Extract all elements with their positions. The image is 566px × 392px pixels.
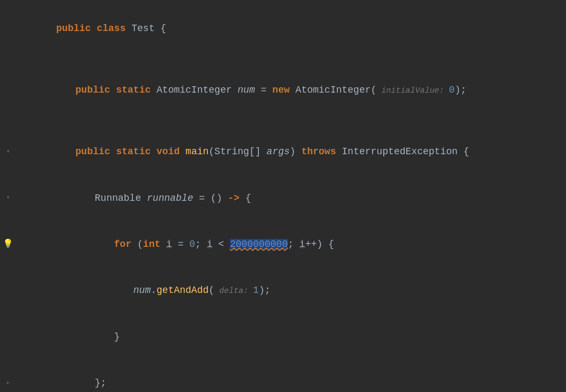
gutter-7: 💡 <box>0 238 16 252</box>
var-num-2: num <box>133 285 151 296</box>
line-content-2 <box>16 51 27 67</box>
space-1 <box>160 239 166 250</box>
atomic-integer-type: AtomicInteger <box>157 85 237 95</box>
class-name: Test { <box>131 23 166 34</box>
for-open: ( <box>137 239 143 250</box>
kw-static: static <box>116 85 157 95</box>
kw-throws: throws <box>301 146 342 157</box>
semicolon-1: ; <box>195 239 207 250</box>
kw-for: for <box>114 239 137 250</box>
line-content-8: num.getAndAdd( delta: 1); <box>16 268 271 314</box>
line-content-5: public static void main(String[] args) t… <box>16 129 469 175</box>
fold-icon-6: ▾ <box>6 193 10 203</box>
kw-public-2: public <box>76 146 116 157</box>
highlight-number: 2000000000 <box>230 239 288 250</box>
open-paren: ( <box>208 285 214 296</box>
kw-public: public <box>76 85 116 95</box>
zero-val: 0 <box>189 239 195 250</box>
bulb-icon[interactable]: 💡 <box>3 238 13 252</box>
code-line-7: 💡 for (int i = 0; i < 2000000000; i++) { <box>0 221 566 267</box>
code-line-3: public static AtomicInteger num = new At… <box>0 67 566 113</box>
var-runnable: runnable <box>147 193 193 203</box>
equals-2: = () <box>193 193 228 203</box>
gutter-5: ▾ <box>0 147 16 157</box>
hint-initialvalue: initialValue: <box>377 86 449 95</box>
eq-zero: = <box>172 239 189 250</box>
close-paren-2: ); <box>259 285 271 296</box>
interrupted-exception: InterruptedException { <box>342 146 470 157</box>
var-i-3: i <box>300 239 306 250</box>
equals-sign: = <box>255 85 272 95</box>
code-line-10: ▸ }; <box>0 360 566 392</box>
main-throws: ) <box>290 146 302 157</box>
line-content-3: public static AtomicInteger num = new At… <box>16 67 466 113</box>
var-i-1: i <box>166 239 172 250</box>
line-content-1: public class Test { <box>16 5 166 51</box>
runnable-type: Runnable <box>95 193 147 203</box>
code-line-6: ▾ Runnable runnable = () -> { <box>0 175 566 221</box>
line-content-7: for (int i = 0; i < 2000000000; i++) { <box>16 221 334 267</box>
atomic-integer-constructor: AtomicInteger( <box>295 85 376 95</box>
kw-new: new <box>272 85 295 95</box>
value-1: 1 <box>253 285 259 296</box>
code-line-8: num.getAndAdd( delta: 1); <box>0 268 566 314</box>
keyword-public: public <box>56 23 97 34</box>
lt-sign: < <box>213 239 230 250</box>
method-main: main <box>185 146 208 157</box>
line-content-10: }; <box>16 360 106 392</box>
increment: ++) { <box>305 239 334 250</box>
line-content-9: } <box>16 314 120 360</box>
dot-1: . <box>151 285 157 296</box>
fold-icon-5: ▾ <box>6 147 10 157</box>
kw-void: void <box>157 146 185 157</box>
line-content-4 <box>16 114 27 129</box>
close-paren-1: ); <box>455 85 466 95</box>
gutter-6: ▾ <box>0 193 16 203</box>
close-brace-lambda: }; <box>95 378 107 388</box>
gutter-10: ▸ <box>0 378 16 388</box>
code-editor: public class Test { public static Atomic… <box>0 0 566 392</box>
semicolon-2: ; <box>288 239 300 250</box>
param-args: args <box>266 146 289 157</box>
kw-int: int <box>143 239 160 250</box>
code-line-2 <box>0 51 566 67</box>
value-0: 0 <box>449 85 455 95</box>
line-content-6: Runnable runnable = () -> { <box>16 175 251 221</box>
fold-icon-10: ▸ <box>6 378 10 388</box>
code-line-9: } <box>0 314 566 360</box>
var-i-2: i <box>207 239 213 250</box>
method-get-and-add: getAndAdd <box>157 285 208 296</box>
main-params: (String[] <box>208 146 266 157</box>
lambda-open: { <box>240 193 251 203</box>
keyword-class: class <box>96 23 131 34</box>
hint-delta: delta: <box>214 287 253 296</box>
code-line-5: ▾ public static void main(String[] args)… <box>0 129 566 175</box>
kw-static-2: static <box>116 146 157 157</box>
code-line-4 <box>0 114 566 129</box>
var-num: num <box>237 85 255 95</box>
code-line-1: public class Test { <box>0 5 566 51</box>
arrow: -> <box>228 193 240 203</box>
close-brace-for: } <box>114 331 120 342</box>
